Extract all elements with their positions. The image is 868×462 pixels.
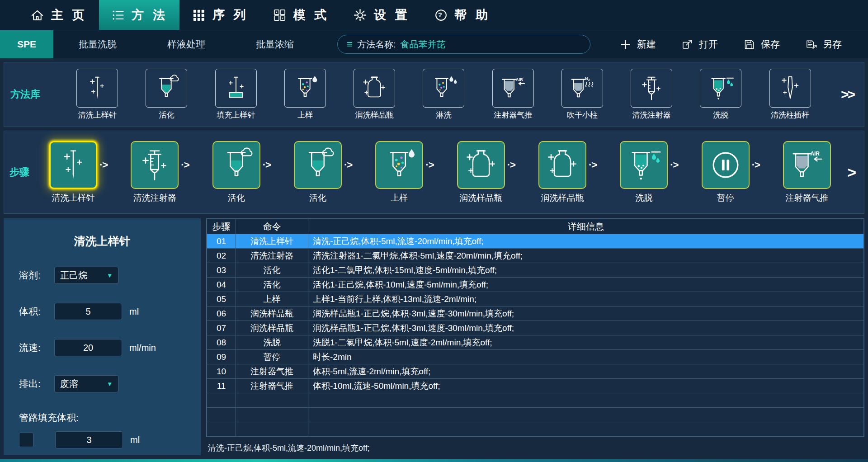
step-tile[interactable] [538,141,586,189]
step-tile[interactable] [375,141,423,189]
tube-n2-icon [568,74,596,102]
fill-volume-field: ml [19,431,185,448]
nav-item[interactable]: 序 列 [179,0,260,30]
step-wrap: 暂停 [702,141,762,204]
table-row[interactable]: 09 暂停 时长-2min [207,350,864,364]
library-item[interactable]: 清洗上样针 [75,69,119,120]
detail-cell [308,408,864,422]
detail-cell: 润洗样品瓶1-正己烷,体积-3ml,速度-30ml/min,填充off; [308,306,864,321]
step-arrow-icon [260,141,273,189]
table-row[interactable]: 01 清洗上样针 清洗-正己烷,体积-5ml,流速-20ml/min,填充off… [207,234,864,249]
method-type-tab[interactable]: 样液处理 [142,30,231,58]
command-cell: 润洗样品瓶 [236,306,308,321]
step-number-cell: 02 [207,249,236,263]
table-row[interactable]: 08 洗脱 洗脱1-二氯甲烷,体积-5ml,速度-2ml/min,填充off; [207,335,864,350]
detail-cell: 清洗注射器1-二氯甲烷,体积-5ml,速度-20ml/min,填充off; [308,249,864,263]
detail-cell [308,393,864,408]
discharge-value: 废溶 [60,378,78,390]
table-row[interactable]: 07 润洗样品瓶 润洗样品瓶1-正己烷,体积-3ml,速度-30ml/min,填… [207,321,864,335]
library-scroll-right-button[interactable]: >> [837,87,858,102]
step-tile[interactable] [783,141,831,189]
nav-label: 设 置 [374,7,410,23]
nav-item[interactable]: 方 法 [99,0,180,30]
step-number-cell: 06 [207,306,236,321]
solvent-select[interactable]: 正己烷 [54,267,118,284]
header-command: 命令 [236,219,308,234]
detail-cell: 活化1-正己烷,体积-10ml,速度-5ml/min,填充off; [308,278,864,292]
table-row[interactable]: 10 注射器气推 体积-5ml,流速-2ml/min,填充off; [207,364,864,379]
library-item[interactable]: 填充上样针 [214,69,258,120]
detail-cell: 上样1-当前行上样,体积-13ml,流速-2ml/min; [308,292,864,306]
step-arrow-icon [97,141,110,189]
steps-section-label: 步骤 [9,165,49,179]
step-tile[interactable] [457,141,505,189]
step-tile[interactable] [49,141,97,189]
flow-field: 流速: ml/min [19,339,185,356]
discharge-select[interactable]: 废溶 [54,375,118,392]
table-row[interactable]: 02 清洗注射器 清洗注射器1-二氯甲烷,体积-5ml,速度-20ml/min,… [207,249,864,263]
flow-input[interactable] [54,339,122,356]
toolbar-action-button[interactable]: 保存 [743,38,780,51]
table-row[interactable] [207,408,864,422]
table-row[interactable]: 05 上样 上样1-当前行上样,体积-13ml,流速-2ml/min; [207,292,864,306]
saveas-icon [805,38,817,51]
fill-checkbox[interactable] [19,433,33,447]
step-label: 上样 [391,192,408,204]
method-type-tabs: SPE 批量洗脱 样液处理 批量浓缩 [0,30,319,58]
parameter-panel-title: 清洗上样针 [19,234,185,249]
library-item[interactable]: 淋洗 [421,69,466,120]
library-item[interactable]: 注射器气推 [491,69,535,120]
solvent-field: 溶剂: 正己烷 [19,267,185,284]
nav-item[interactable]: 设 置 [341,0,422,30]
toolbar-action-button[interactable]: 打开 [681,38,718,51]
step-number-cell: 09 [207,350,236,364]
library-item[interactable]: 清洗柱插杆 [768,69,812,120]
library-item[interactable]: 清洗注射器 [629,69,674,120]
method-name-field[interactable]: ≡ 方法名称: 食品苯并芘 [337,35,590,54]
step-number-cell [207,422,236,437]
library-item-box [146,69,187,108]
step-label: 清洗注射器 [133,192,176,204]
nav-item[interactable]: 主 页 [18,0,99,30]
fill-volume-input[interactable] [55,431,123,448]
table-row[interactable] [207,393,864,408]
library-item-label: 清洗柱插杆 [771,110,809,120]
library-item[interactable]: 上样 [283,69,327,120]
table-row[interactable]: 03 活化 活化1-二氯甲烷,体积-15ml,速度-5ml/min,填充off; [207,263,864,278]
step-arrow-icon [668,141,680,189]
library-item[interactable]: 润洗样品瓶 [352,69,396,120]
library-item[interactable]: 洗脱 [698,69,743,120]
toolbar-action-button[interactable]: 新建 [619,38,656,51]
detail-cell: 清洗-正己烷,体积-5ml,流速-20ml/min,填充off; [308,234,864,249]
method-list-icon: ≡ [347,39,353,49]
step-tile[interactable] [212,141,260,189]
syringe-icon [137,147,173,183]
method-type-tab[interactable]: SPE [0,30,53,58]
method-type-tab[interactable]: 批量浓缩 [231,30,319,58]
table-row[interactable]: 11 注射器气推 体积-10ml,流速-50ml/min,填充off; [207,379,864,393]
step-number-cell: 04 [207,278,236,292]
method-library-section: 方法库 清洗上样针 活化 填充上样针 [4,62,864,127]
toolbar-action-button[interactable]: 另存 [805,38,842,51]
method-name-label: 方法名称: [357,38,396,51]
nav-item[interactable]: 帮 助 [422,0,503,30]
step-label: 润洗样品瓶 [459,192,502,204]
tube-air-icon [789,147,825,183]
library-item[interactable]: 活化 [144,69,189,120]
nav-item[interactable]: 模 式 [260,0,341,30]
table-row[interactable] [207,422,864,437]
step-tile[interactable] [702,141,750,189]
table-row[interactable]: 06 润洗样品瓶 润洗样品瓶1-正己烷,体积-3ml,速度-30ml/min,填… [207,306,864,321]
step-tile[interactable] [131,141,179,189]
library-item[interactable]: 吹干小柱 [560,69,604,120]
step-tile[interactable] [620,141,668,189]
step-tile[interactable] [294,141,342,189]
top-nav-items: 主 页 方 法 序 列 模 式 设 置 帮 助 [18,0,502,30]
steps-scroll-right-button[interactable]: > [844,164,859,181]
method-type-tab[interactable]: 批量洗脱 [53,30,142,58]
step-label: 注射器气推 [785,192,828,204]
volume-input[interactable] [54,303,122,320]
table-row[interactable]: 04 活化 活化1-正己烷,体积-10ml,速度-5ml/min,填充off; [207,278,864,292]
step-table-area: 步骤 命令 详细信息 01 清洗上样针 清洗-正己烷,体积-5ml,流速-20m… [206,218,864,462]
selected-step-summary: 清洗-正己烷,体积-5ml,流速-20ml/min,填充off; [206,443,864,453]
